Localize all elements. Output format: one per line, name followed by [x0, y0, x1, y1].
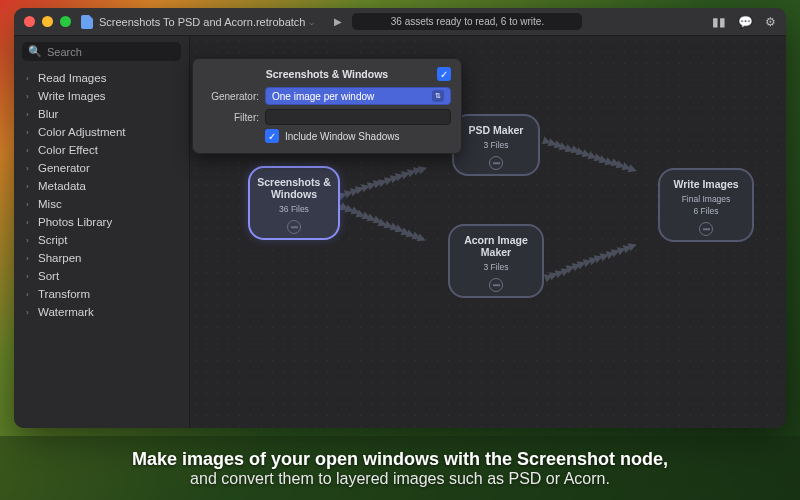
chevron-right-icon: ›: [26, 146, 34, 155]
node-subtitle: Final Images: [682, 194, 731, 204]
search-field[interactable]: 🔍: [22, 42, 181, 61]
library-icon[interactable]: ▮▮: [712, 15, 726, 29]
sidebar-item[interactable]: ›Misc: [14, 195, 189, 213]
sidebar-item[interactable]: ›Write Images: [14, 87, 189, 105]
inspector-title: Screenshots & Windows: [217, 68, 437, 80]
sidebar-item[interactable]: ›Watermark: [14, 303, 189, 321]
sidebar-item[interactable]: ›Script: [14, 231, 189, 249]
chevron-right-icon: ›: [26, 254, 34, 263]
search-input[interactable]: [47, 46, 185, 58]
gear-icon[interactable]: ⚙: [765, 15, 776, 29]
sidebar-item[interactable]: ›Sort: [14, 267, 189, 285]
caption-line-2: and convert them to layered images such …: [190, 470, 610, 488]
close-window-button[interactable]: [24, 16, 35, 27]
titlebar: Screenshots To PSD and Acorn.retrobatch …: [14, 8, 786, 36]
sidebar-list: ›Read Images›Write Images›Blur›Color Adj…: [14, 67, 189, 323]
node-title: Acorn Image Maker: [454, 234, 538, 258]
sidebar-item-label: Blur: [38, 108, 58, 120]
node-count: 3 Files: [483, 262, 508, 272]
generator-label: Generator:: [203, 91, 259, 102]
node-count: 36 Files: [279, 204, 309, 214]
node-handle-icon[interactable]: [699, 222, 713, 236]
chevron-right-icon: ›: [26, 272, 34, 281]
filter-input[interactable]: [265, 109, 451, 125]
sidebar-item-label: Color Effect: [38, 144, 98, 156]
sidebar-item-label: Script: [38, 234, 67, 246]
chevron-right-icon: ›: [26, 236, 34, 245]
chevron-right-icon: ›: [26, 164, 34, 173]
node-handle-icon[interactable]: [489, 156, 503, 170]
sidebar-item[interactable]: ›Sharpen: [14, 249, 189, 267]
sidebar-item[interactable]: ›Transform: [14, 285, 189, 303]
sidebar-item-label: Write Images: [38, 90, 106, 102]
sidebar: 🔍 ›Read Images›Write Images›Blur›Color A…: [14, 36, 190, 428]
chevron-right-icon: ›: [26, 218, 34, 227]
node-psd-maker[interactable]: PSD Maker 3 Files: [452, 114, 540, 176]
sidebar-item-label: Sort: [38, 270, 59, 282]
chevron-right-icon: ›: [26, 290, 34, 299]
zoom-window-button[interactable]: [60, 16, 71, 27]
chevron-right-icon: ›: [26, 182, 34, 191]
node-handle-icon[interactable]: [287, 220, 301, 234]
sidebar-item-label: Color Adjustment: [38, 126, 126, 138]
include-shadows-checkbox[interactable]: ✓: [265, 129, 279, 143]
sidebar-item[interactable]: ›Generator: [14, 159, 189, 177]
pipe: ▶▶▶▶▶▶▶▶▶▶▶▶▶▶▶▶: [331, 147, 468, 204]
sidebar-item[interactable]: ›Blur: [14, 105, 189, 123]
document-icon: [81, 15, 93, 29]
chevron-right-icon: ›: [26, 110, 34, 119]
status-bar: 36 assets ready to read, 6 to write.: [352, 13, 582, 30]
chevron-updown-icon: ⇅: [432, 90, 444, 102]
sidebar-item[interactable]: ›Read Images: [14, 69, 189, 87]
chevron-right-icon: ›: [26, 92, 34, 101]
sidebar-item-label: Transform: [38, 288, 90, 300]
sidebar-item-label: Metadata: [38, 180, 86, 192]
generator-value: One image per window: [272, 91, 374, 102]
sidebar-item-label: Watermark: [38, 306, 94, 318]
window-controls: [24, 16, 71, 27]
node-write-images[interactable]: Write Images Final Images 6 Files: [658, 168, 754, 242]
node-title: Screenshots & Windows: [254, 176, 334, 200]
filter-label: Filter:: [203, 112, 259, 123]
node-inspector: Screenshots & Windows ✓ Generator: One i…: [192, 58, 462, 154]
sidebar-item-label: Read Images: [38, 72, 106, 84]
play-button[interactable]: ▶: [334, 16, 342, 27]
sidebar-item[interactable]: ›Metadata: [14, 177, 189, 195]
sidebar-item[interactable]: ›Photos Library: [14, 213, 189, 231]
chat-icon[interactable]: 💬: [738, 15, 753, 29]
node-acorn-image-maker[interactable]: Acorn Image Maker 3 Files: [448, 224, 544, 298]
node-screenshots-windows[interactable]: Screenshots & Windows 36 Files: [248, 166, 340, 240]
chevron-down-icon[interactable]: ⌵: [309, 17, 314, 27]
sidebar-item-label: Sharpen: [38, 252, 81, 264]
chevron-right-icon: ›: [26, 74, 34, 83]
document-title: Screenshots To PSD and Acorn.retrobatch: [99, 16, 305, 28]
sidebar-item-label: Generator: [38, 162, 90, 174]
sidebar-item-label: Misc: [38, 198, 62, 210]
inspector-enabled-checkbox[interactable]: ✓: [437, 67, 451, 81]
sidebar-item[interactable]: ›Color Adjustment: [14, 123, 189, 141]
chevron-right-icon: ›: [26, 128, 34, 137]
search-icon: 🔍: [28, 45, 42, 58]
pipe: ▶▶▶▶▶▶▶▶▶▶▶▶▶▶▶▶: [542, 222, 678, 283]
node-handle-icon[interactable]: [489, 278, 503, 292]
include-shadows-label: Include Window Shadows: [285, 131, 400, 142]
minimize-window-button[interactable]: [42, 16, 53, 27]
node-title: PSD Maker: [469, 124, 524, 136]
chevron-right-icon: ›: [26, 200, 34, 209]
sidebar-item-label: Photos Library: [38, 216, 112, 228]
node-count: 6 Files: [693, 206, 718, 216]
generator-select[interactable]: One image per window ⇅: [265, 87, 451, 105]
caption-line-1: Make images of your open windows with th…: [132, 449, 668, 470]
marketing-caption: Make images of your open windows with th…: [0, 436, 800, 500]
node-count: 3 Files: [483, 140, 508, 150]
sidebar-item[interactable]: ›Color Effect: [14, 141, 189, 159]
node-title: Write Images: [673, 178, 738, 190]
chevron-right-icon: ›: [26, 308, 34, 317]
